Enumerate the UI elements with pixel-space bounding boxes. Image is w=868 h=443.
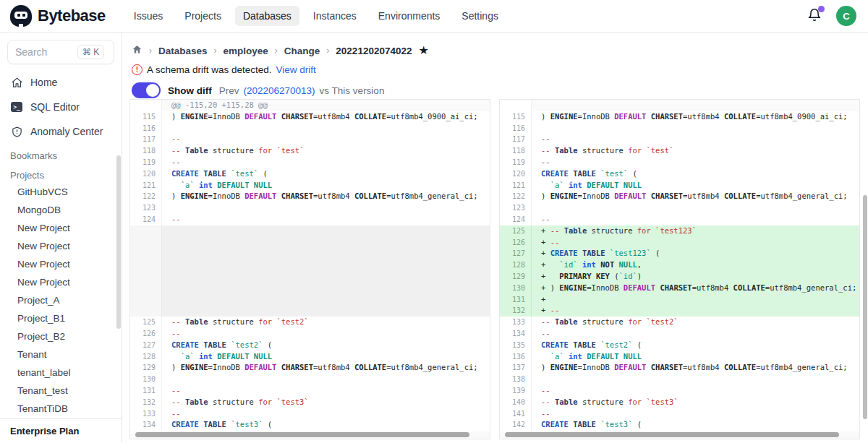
nav-item-instances[interactable]: Instances (305, 6, 365, 26)
page-vertical-scrollbar[interactable] (863, 195, 867, 419)
right-horizontal-scrollbar-track (500, 431, 859, 439)
sidebar-project-githubvcs[interactable]: GitHubVCS (0, 183, 122, 201)
sidebar-project-project_b1[interactable]: Project_B1 (0, 309, 122, 327)
nav-items: IssuesProjectsDatabasesInstancesEnvironm… (126, 6, 506, 26)
diff-line: 138 (500, 374, 859, 385)
sidebar-item-home[interactable]: Home (0, 70, 122, 95)
diff-line: 129+ PRIMARY KEY (`id`) (500, 271, 859, 283)
diff-line: 122) ENGINE=InnoDB DEFAULT CHARSET=utf8m… (130, 191, 490, 202)
sidebar-project-new-project[interactable]: New Project (0, 237, 122, 255)
left-horizontal-scrollbar[interactable] (135, 432, 469, 437)
search-box[interactable]: ⌘ K (7, 40, 114, 64)
diff-line: 125+ -- Table structure for `test123` (500, 225, 859, 237)
diff-line: 129) ENGINE=InnoDB DEFAULT CHARSET=utf8m… (130, 362, 490, 374)
sidebar-item-label: Anomaly Center (30, 126, 103, 137)
diff-line: 124-- (500, 214, 859, 225)
sidebar-project-new-project[interactable]: New Project (0, 273, 122, 291)
diff-line: 132+ -- (500, 305, 859, 317)
diff-line: 116 (500, 123, 859, 134)
line-number: 116 (130, 123, 162, 134)
line-number: 135 (500, 340, 532, 351)
right-horizontal-scrollbar[interactable] (505, 432, 839, 437)
line-number: 136 (500, 351, 532, 363)
diff-placeholder-row (130, 225, 490, 237)
left-horizontal-scrollbar-track (130, 431, 490, 439)
prev-version-link[interactable]: (202206270013) (244, 85, 315, 96)
line-number: 121 (500, 180, 532, 192)
star-icon[interactable]: ★ (418, 45, 428, 56)
sidebar-project-tenanttidb[interactable]: TenantTiDB (0, 400, 122, 418)
breadcrumb-change[interactable]: Change (284, 46, 320, 56)
show-diff-label: Show diff (168, 85, 212, 96)
line-number: 138 (500, 374, 532, 385)
line-number: 126 (130, 328, 162, 340)
diff-hunk-header (500, 100, 859, 111)
diff-line: 118-- Table structure for `test` (130, 145, 490, 157)
line-number: 134 (130, 419, 162, 431)
sidebar-project-new-project[interactable]: New Project (0, 219, 122, 237)
line-number: 129 (500, 271, 532, 283)
diff-line: 127+ CREATE TABLE `test123` ( (500, 248, 859, 259)
diff-placeholder-row (130, 271, 490, 283)
main-content: › Databases › employee › Change › 202212… (123, 33, 868, 443)
breadcrumb-databases[interactable]: Databases (158, 46, 208, 56)
sidebar-section-bookmarks: Bookmarks (0, 144, 122, 163)
line-number: 133 (130, 408, 162, 420)
bytebase-logo[interactable]: Bytebase (0, 5, 116, 27)
nav-item-projects[interactable]: Projects (176, 6, 229, 26)
diff-line: 133-- Table structure for `test2` (500, 317, 859, 328)
line-number: 120 (130, 168, 162, 180)
line-number: 130 (500, 283, 532, 294)
top-navigation: Bytebase IssuesProjectsDatabasesInstance… (0, 0, 868, 33)
sidebar-item-sql-editor[interactable]: >_SQL Editor (0, 95, 122, 119)
show-diff-toggle[interactable] (132, 82, 161, 98)
line-number: 132 (130, 397, 162, 408)
diff-line: 128+ `id` int NOT NULL, (500, 259, 859, 271)
search-input[interactable] (15, 46, 77, 58)
sidebar-project-mongodb[interactable]: MongoDB (0, 201, 122, 219)
line-number: 131 (130, 385, 162, 397)
nav-item-settings[interactable]: Settings (454, 6, 506, 26)
sidebar-item-label: SQL Editor (30, 101, 80, 113)
diff-placeholder-row (130, 248, 490, 259)
bytebase-logo-icon (10, 5, 32, 27)
diff-line: 128 `a` int DEFAULT NULL (130, 351, 490, 363)
brand-name: Bytebase (38, 7, 106, 25)
breadcrumb-home-icon[interactable] (132, 44, 142, 57)
line-number: 140 (500, 397, 532, 408)
line-number: 123 (500, 202, 532, 214)
diff-line: 120CREATE TABLE `test` ( (130, 168, 490, 180)
breadcrumb-separator: › (149, 46, 152, 56)
line-number: 115 (130, 111, 162, 123)
sidebar-project-project_a[interactable]: Project_A (0, 291, 122, 309)
diff-line: 123 (500, 202, 859, 214)
user-avatar[interactable]: C (836, 6, 856, 26)
line-number: 127 (130, 340, 162, 351)
breadcrumb-employee[interactable]: employee (224, 46, 268, 56)
notification-bell-icon[interactable] (807, 8, 823, 24)
diff-placeholder-row (130, 237, 490, 249)
sidebar-project-tenant_label[interactable]: tenant_label (0, 364, 122, 382)
line-number: 134 (500, 328, 532, 340)
sidebar-item-anomaly-center[interactable]: Anomaly Center (0, 119, 122, 144)
schema-drift-banner: ! A schema drift was detected. View drif… (123, 57, 868, 75)
sidebar-project-tenant[interactable]: Tenant (0, 345, 122, 364)
diff-line: 122) ENGINE=InnoDB DEFAULT CHARSET=utf8m… (500, 191, 859, 202)
line-number: 124 (130, 214, 162, 225)
sidebar-project-tenant_test[interactable]: Tenant_test (0, 382, 122, 400)
line-number: 130 (130, 374, 162, 385)
diff-line: 117-- (130, 134, 490, 145)
sidebar-project-new-project[interactable]: New Project (0, 255, 122, 273)
diff-line: 126+ -- (500, 237, 859, 249)
line-number: 127 (500, 248, 532, 259)
breadcrumb-version: 20221202074022 (336, 46, 412, 56)
diff-placeholder-row (130, 283, 490, 294)
nav-item-databases[interactable]: Databases (235, 6, 299, 26)
view-drift-link[interactable]: View drift (276, 64, 316, 75)
sidebar-scrollbar[interactable] (116, 155, 121, 329)
nav-item-environments[interactable]: Environments (370, 6, 448, 26)
line-number: 126 (500, 237, 532, 249)
nav-item-issues[interactable]: Issues (126, 6, 171, 26)
line-number: 125 (130, 317, 162, 328)
sidebar-project-project_b2[interactable]: Project_B2 (0, 327, 122, 345)
